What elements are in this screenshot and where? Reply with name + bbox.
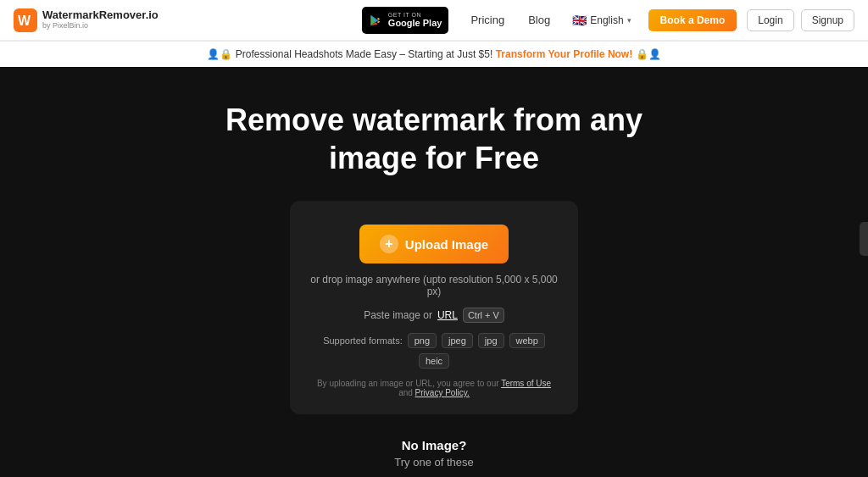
announcement-bar: 👤🔒 Professional Headshots Made Easy – St… [0, 41, 868, 67]
google-play-badge[interactable]: GET IT ON Google Play [362, 7, 449, 34]
hero-title: Remove watermark from any image for Free [17, 101, 851, 177]
shortcut-v: V [492, 310, 498, 320]
paste-label: Paste image or [364, 309, 432, 321]
announcement-cta[interactable]: Transform Your Profile Now! [496, 48, 633, 60]
language-label: English [590, 14, 623, 26]
format-png: png [408, 333, 437, 348]
format-webp: webp [509, 333, 545, 348]
tos-prefix: By uploading an image or URL, you agree … [317, 379, 499, 388]
privacy-policy-link[interactable]: Privacy Policy. [415, 388, 470, 397]
main-content: Remove watermark from any image for Free… [0, 67, 868, 477]
upload-image-button[interactable]: + Upload Image [359, 225, 509, 263]
book-demo-button[interactable]: Book a Demo [648, 9, 737, 31]
shortcut-plus: + [485, 310, 490, 320]
pricing-link[interactable]: Pricing [462, 14, 513, 26]
no-image-subtitle: Try one of these [17, 456, 851, 469]
format-heic: heic [419, 353, 449, 369]
drop-hint: or drop image anywhere (upto resolution … [310, 274, 558, 297]
upload-button-label: Upload Image [405, 237, 488, 252]
formats-label: Supported formats: [323, 336, 403, 346]
logo-icon: W [14, 8, 37, 32]
login-button[interactable]: Login [747, 9, 793, 31]
format-jpg: jpg [478, 333, 504, 348]
language-selector[interactable]: 🇬🇧 English ▾ [565, 14, 637, 27]
navbar: W WatermarkRemover.io by PixelBin.io GET… [0, 0, 868, 41]
shortcut-ctrl: Ctrl [468, 310, 482, 320]
tos-text: By uploading an image or URL, you agree … [310, 379, 558, 397]
announcement-icon-right: 🔒👤 [636, 48, 661, 60]
paste-row: Paste image or URL Ctrl + V [364, 308, 504, 323]
svg-text:W: W [18, 14, 31, 28]
upload-box: + Upload Image or drop image anywhere (u… [290, 201, 578, 414]
logo-main-text: WatermarkRemover.io [42, 9, 159, 21]
hero-title-line1: Remove watermark from any [225, 103, 643, 137]
google-play-name: Google Play [388, 18, 442, 28]
chevron-down-icon: ▾ [627, 16, 632, 25]
announcement-text: Professional Headshots Made Easy – Start… [236, 48, 493, 60]
logo-sub-text: by PixelBin.io [42, 22, 159, 31]
logo[interactable]: W WatermarkRemover.io by PixelBin.io [14, 8, 159, 32]
google-play-icon [369, 13, 384, 28]
no-image-title: No Image? [17, 438, 851, 452]
format-jpeg: jpeg [442, 333, 473, 348]
signup-button[interactable]: Signup [801, 9, 854, 31]
blog-link[interactable]: Blog [520, 14, 559, 26]
hero-title-line2: image for Free [329, 141, 539, 175]
paste-url-link[interactable]: URL [437, 309, 458, 321]
flag-icon: 🇬🇧 [572, 14, 587, 27]
no-image-section: No Image? Try one of these [17, 438, 851, 469]
shortcut-badge: Ctrl + V [463, 308, 504, 323]
tos-and: and [398, 388, 413, 397]
announcement-icon-left: 👤🔒 [207, 48, 232, 60]
formats-row: Supported formats: png jpeg jpg webp hei… [310, 333, 558, 369]
google-play-get-it: GET IT ON [388, 12, 442, 19]
terms-of-use-link[interactable]: Terms of Use [501, 379, 551, 388]
scroll-indicator [860, 222, 868, 256]
plus-icon: + [380, 235, 398, 253]
